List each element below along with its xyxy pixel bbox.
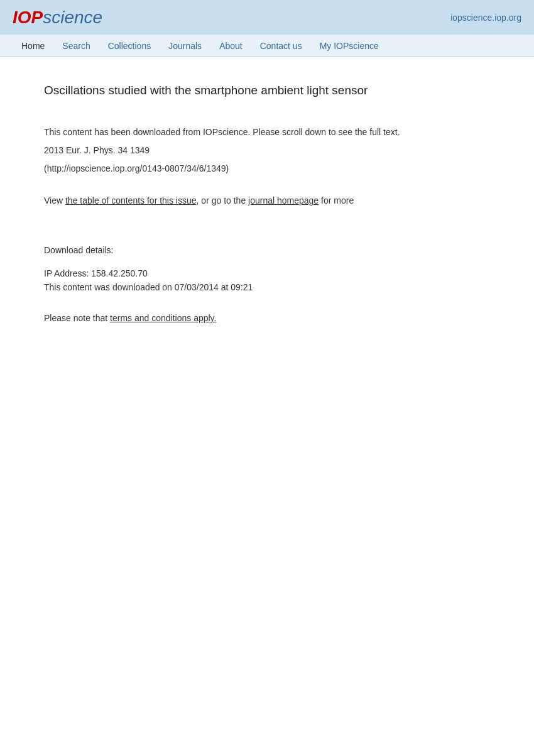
navigation-bar: Home Search Collections Journals About C… — [0, 35, 534, 57]
site-header: IOPscience iopscience.iop.org — [0, 0, 534, 35]
nav-item-about[interactable]: About — [210, 36, 251, 56]
view-links-section: View the table of contents for this issu… — [44, 195, 490, 205]
table-of-contents-link[interactable]: the table of contents for this issue — [65, 195, 197, 205]
download-details-section: Download details: IP Address: 158.42.250… — [44, 243, 490, 294]
terms-before-text: Please note that — [44, 313, 110, 323]
journal-homepage-link[interactable]: journal homepage — [248, 195, 319, 205]
article-title: Oscillations studied with the smartphone… — [44, 82, 490, 99]
download-notice: This content has been downloaded from IO… — [44, 124, 490, 140]
nav-item-collections[interactable]: Collections — [99, 36, 160, 56]
article-url: (http://iopscience.iop.org/0143-0807/34/… — [44, 161, 490, 177]
logo[interactable]: IOPscience — [13, 8, 102, 28]
view-text-after: for more — [319, 195, 354, 205]
logo-iop-text: IOP — [13, 8, 43, 28]
terms-link[interactable]: terms and conditions apply. — [110, 313, 216, 323]
download-info-section: This content has been downloaded from IO… — [44, 124, 490, 177]
nav-item-my-iop[interactable]: My IOPscience — [311, 36, 388, 56]
terms-section: Please note that terms and conditions ap… — [44, 313, 490, 323]
nav-item-search[interactable]: Search — [53, 36, 99, 56]
download-details-label: Download details: — [44, 243, 490, 257]
downloaded-on: This content was downloaded on 07/03/201… — [44, 280, 490, 294]
view-text-before: View — [44, 195, 65, 205]
nav-item-home[interactable]: Home — [13, 36, 53, 56]
view-text-middle: , or go to the — [197, 195, 249, 205]
nav-item-journals[interactable]: Journals — [160, 36, 210, 56]
nav-item-contact[interactable]: Contact us — [251, 36, 311, 56]
ip-address: IP Address: 158.42.250.70 — [44, 266, 490, 280]
logo-science-text: science — [43, 8, 102, 28]
main-content: Oscillations studied with the smartphone… — [0, 57, 534, 348]
citation: 2013 Eur. J. Phys. 34 1349 — [44, 143, 490, 158]
site-url-text: iopscience.iop.org — [450, 13, 521, 23]
